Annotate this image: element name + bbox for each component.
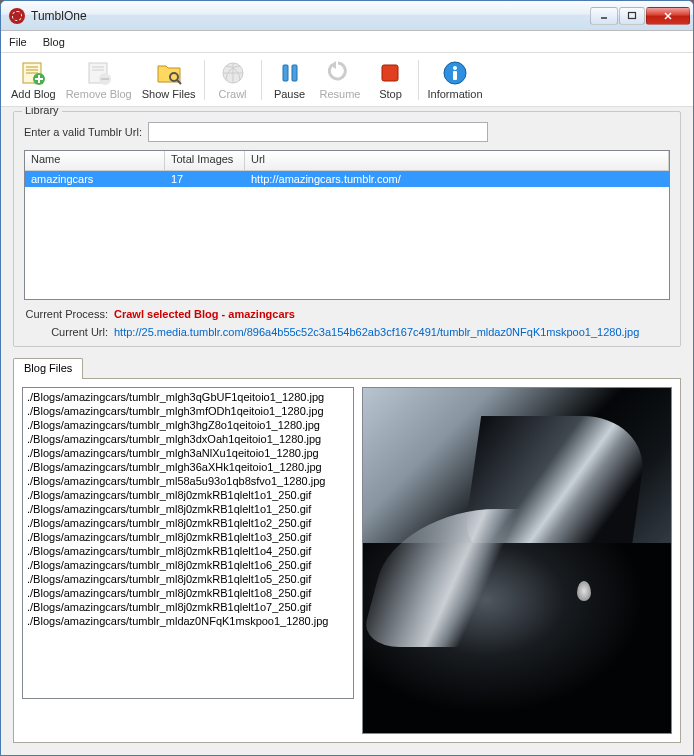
list-item[interactable]: ./Blogs/amazingcars/tumblr_mlgh3hgZ8o1qe… (27, 418, 349, 432)
tab-blog-files[interactable]: Blog Files (13, 358, 83, 379)
list-item[interactable]: ./Blogs/amazingcars/tumblr_mlgh3qGbUF1qe… (27, 390, 349, 404)
menu-blog[interactable]: Blog (43, 36, 65, 48)
svg-rect-1 (629, 12, 636, 18)
show-files-icon (155, 59, 183, 87)
app-icon (9, 8, 25, 24)
url-label: Enter a valid Tumblr Url: (24, 126, 142, 138)
svg-rect-16 (292, 65, 297, 81)
tab-panel: ./Blogs/amazingcars/tumblr_mlgh3qGbUF1qe… (13, 378, 681, 743)
file-list[interactable]: ./Blogs/amazingcars/tumblr_mlgh3qGbUF1qe… (22, 387, 354, 699)
list-item[interactable]: ./Blogs/amazingcars/tumblr_ml8j0zmkRB1ql… (27, 544, 349, 558)
information-icon (441, 59, 469, 87)
list-item[interactable]: ./Blogs/amazingcars/tumblr_mlgh36aXHk1qe… (27, 460, 349, 474)
titlebar[interactable]: TumblOne (1, 1, 693, 31)
list-item[interactable]: ./Blogs/amazingcars/tumblr_ml8j0zmkRB1ql… (27, 586, 349, 600)
remove-blog-button[interactable]: Remove Blog (62, 57, 136, 102)
toolbar: Add Blog Remove Blog Show Files Crawl Pa… (1, 53, 693, 107)
stop-button[interactable]: Stop (366, 57, 414, 102)
window-title: TumblOne (31, 9, 590, 23)
current-url-value: http://25.media.tumblr.com/896a4b55c52c3… (114, 326, 639, 338)
separator (418, 60, 419, 100)
stop-icon (376, 59, 404, 87)
list-item[interactable]: ./Blogs/amazingcars/tumblr_ml8j0zmkRB1ql… (27, 558, 349, 572)
minimize-button[interactable] (590, 7, 618, 25)
separator (261, 60, 262, 100)
list-item[interactable]: ./Blogs/amazingcars/tumblr_ml8j0zmkRB1ql… (27, 600, 349, 614)
menu-file[interactable]: File (9, 36, 27, 48)
list-item[interactable]: ./Blogs/amazingcars/tumblr_ml8j0zmkRB1ql… (27, 530, 349, 544)
close-button[interactable] (646, 7, 690, 25)
add-blog-icon (19, 59, 47, 87)
resume-icon (326, 59, 354, 87)
resume-button[interactable]: Resume (316, 57, 365, 102)
information-button[interactable]: Information (423, 57, 486, 102)
maximize-button[interactable] (619, 7, 645, 25)
list-item[interactable]: ./Blogs/amazingcars/tumblr_ml8j0zmkRB1ql… (27, 572, 349, 586)
crawl-icon (219, 59, 247, 87)
pause-icon (276, 59, 304, 87)
app-window: TumblOne File Blog Add Blog Remove Blog … (0, 0, 694, 756)
show-files-button[interactable]: Show Files (138, 57, 200, 102)
menubar: File Blog (1, 31, 693, 53)
list-item[interactable]: ./Blogs/amazingcars/tumblr_ml8j0zmkRB1ql… (27, 488, 349, 502)
crawl-button[interactable]: Crawl (209, 57, 257, 102)
col-name[interactable]: Name (25, 151, 165, 170)
list-item[interactable]: ./Blogs/amazingcars/tumblr_ml8j0zmkRB1ql… (27, 516, 349, 530)
current-url-label: Current Url: (24, 326, 114, 338)
list-item[interactable]: ./Blogs/amazingcars/tumblr_mlgh3mfODh1qe… (27, 404, 349, 418)
separator (204, 60, 205, 100)
col-url[interactable]: Url (245, 151, 669, 170)
add-blog-button[interactable]: Add Blog (7, 57, 60, 102)
svg-rect-17 (382, 65, 398, 81)
svg-point-19 (453, 66, 457, 70)
list-item[interactable]: ./Blogs/amazingcars/tumblr_ml58a5u93o1qb… (27, 474, 349, 488)
process-label: Current Process: (24, 308, 114, 320)
list-item[interactable]: ./Blogs/amazingcars/tumblr_mlgh3dxOah1qe… (27, 432, 349, 446)
library-title: Library (22, 107, 62, 116)
col-total[interactable]: Total Images (165, 151, 245, 170)
image-preview (362, 387, 672, 734)
pause-button[interactable]: Pause (266, 57, 314, 102)
table-row[interactable]: amazingcars 17 http://amazingcars.tumblr… (25, 171, 669, 187)
process-value: Crawl selected Blog - amazingcars (114, 308, 295, 320)
list-item[interactable]: ./Blogs/amazingcars/tumblr_mldaz0NFqK1ms… (27, 614, 349, 628)
list-item[interactable]: ./Blogs/amazingcars/tumblr_ml8j0zmkRB1ql… (27, 502, 349, 516)
svg-rect-15 (283, 65, 288, 81)
library-group: Library Enter a valid Tumblr Url: Name T… (13, 111, 681, 347)
blog-table[interactable]: Name Total Images Url amazingcars 17 htt… (24, 150, 670, 300)
remove-blog-icon (85, 59, 113, 87)
url-input[interactable] (148, 122, 488, 142)
svg-rect-20 (453, 71, 457, 80)
list-item[interactable]: ./Blogs/amazingcars/tumblr_mlgh3aNlXu1qe… (27, 446, 349, 460)
